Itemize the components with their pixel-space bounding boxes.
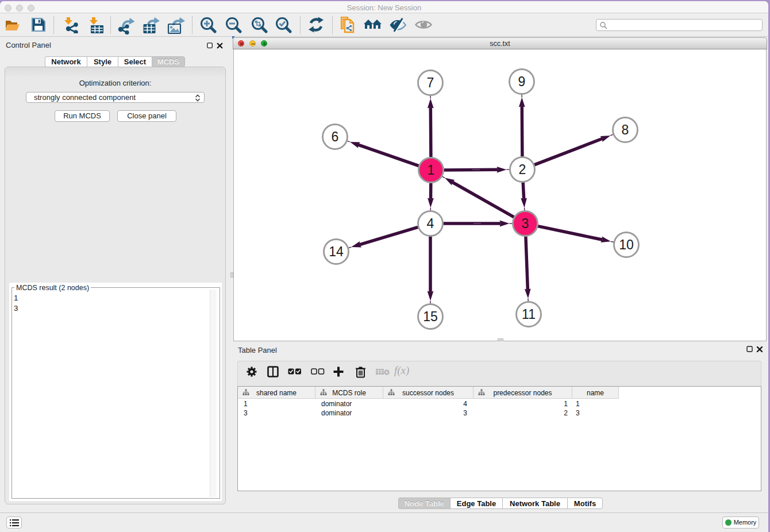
svg-text:14: 14 [329, 244, 344, 259]
svg-text:10: 10 [619, 237, 634, 252]
svg-text:3: 3 [522, 216, 529, 231]
svg-text:8: 8 [622, 122, 629, 137]
svg-text:15: 15 [423, 309, 438, 324]
svg-text:4: 4 [427, 216, 434, 231]
svg-text:2: 2 [519, 162, 526, 177]
svg-text:9: 9 [518, 74, 526, 89]
svg-text:7: 7 [427, 75, 434, 90]
svg-text:11: 11 [522, 307, 536, 322]
svg-text:1: 1 [428, 163, 435, 178]
svg-text:6: 6 [332, 129, 339, 144]
